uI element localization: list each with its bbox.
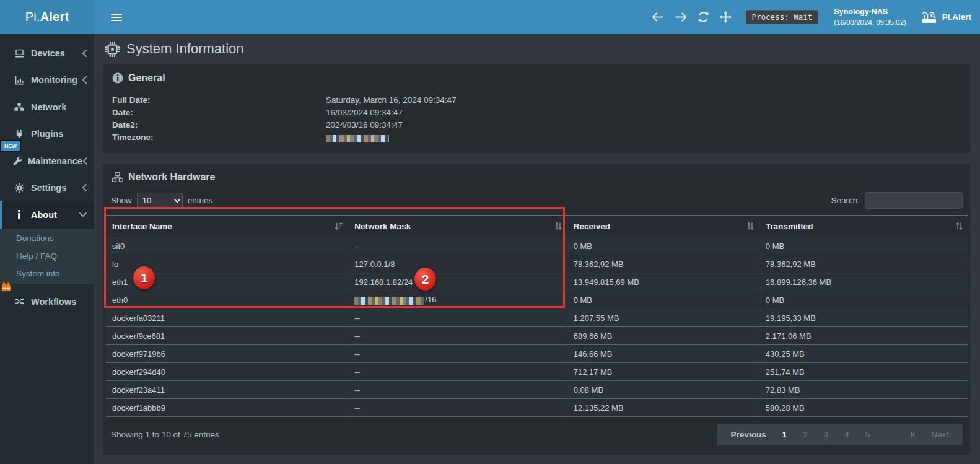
sidebar-item-network[interactable]: Network (0, 94, 94, 121)
sidebar-item-maintenance[interactable]: NEW Maintenance (0, 147, 94, 175)
pagination-next[interactable]: Next (923, 429, 956, 440)
sidebar-item-label: Workflows (31, 297, 76, 307)
cell-received: 689,66 MB (567, 327, 759, 345)
network-icon (13, 102, 25, 112)
brand-prefix: Pi. (25, 10, 40, 24)
cell-interface: eth1 (106, 273, 348, 291)
cell-interface: dockerf1abbb9 (106, 399, 348, 417)
cell-transmitted: 580,28 MB (759, 399, 968, 417)
column-header-received[interactable]: Received (567, 216, 759, 237)
sidebar-item-help-faq[interactable]: Help / FAQ (0, 247, 94, 265)
chevron-down-icon (79, 212, 87, 217)
table-row: dockerf9719b6 -- 146,66 MB 430,25 MB (106, 345, 968, 363)
back-button[interactable] (652, 12, 664, 22)
sidebar-item-settings[interactable]: Settings (0, 175, 94, 202)
pagination-page-1[interactable]: 1 (774, 429, 795, 440)
sidebar-item-label: About (31, 210, 57, 220)
general-row: Date2: 2024/03/16 09:34:47 (112, 119, 961, 131)
cell-mask: -- (348, 345, 567, 363)
search-input[interactable] (865, 192, 963, 209)
column-header-transmitted[interactable]: Transmitted (759, 216, 968, 237)
table-row: lo 127.0.0.1/8 78.362,92 MB 78.362,92 MB (106, 255, 968, 273)
pagination: Previous 1 2 3 4 5 … 8 Next (717, 424, 963, 445)
cell-interface: dockerfa03211 (106, 309, 348, 327)
sidebar-item-workflows[interactable]: Workflows (0, 288, 94, 315)
pagination-page-5[interactable]: 5 (857, 429, 878, 440)
process-status-badge: Process: Wait (746, 10, 819, 24)
sidebar-item-monitoring[interactable]: Monitoring (0, 67, 94, 94)
sidebar-item-label: Plugins (31, 129, 63, 139)
sidebar-item-label: Monitoring (31, 75, 77, 85)
forward-button[interactable] (675, 12, 687, 22)
general-panel: General Full Date: Saturday, March 16, 2… (103, 64, 970, 152)
cell-interface: lo (106, 255, 348, 273)
sitemap-icon (112, 172, 123, 182)
cell-interface: dockerf9ce681 (106, 327, 348, 345)
showing-entries-text: Showing 1 to 10 of 75 entries (111, 430, 219, 439)
general-panel-header: General (103, 64, 970, 89)
cell-transmitted: 430,25 MB (759, 345, 968, 363)
host-name: Synology-NAS (834, 6, 906, 17)
cell-transmitted: 0 MB (759, 237, 968, 255)
sidebar-item-system-info[interactable]: System info (0, 265, 94, 283)
search-label: Search: (831, 196, 860, 205)
refresh-button[interactable] (698, 12, 709, 22)
cell-received: 0 MB (567, 291, 759, 309)
about-submenu: Donations Help / FAQ System info (0, 229, 94, 284)
column-header-network-mask[interactable]: Network Mask (348, 216, 567, 237)
entries-label: entries (188, 196, 213, 205)
cell-interface: dockerf294d40 (106, 363, 348, 381)
pagination-previous[interactable]: Previous (723, 429, 774, 440)
sidebar-item-donations[interactable]: Donations (0, 230, 94, 248)
table-row: dockerf23a411 -- 0,08 MB 72,83 MB (106, 381, 968, 399)
cell-received: 78.362,92 MB (567, 255, 759, 273)
sidebar-item-label: Network (31, 102, 66, 112)
pagination-page-2[interactable]: 2 (795, 429, 816, 440)
plug-icon (13, 129, 25, 139)
menu-toggle-button[interactable] (103, 0, 130, 34)
brand-logo[interactable]: Pi.Alert (0, 0, 94, 34)
sidebar-item-about[interactable]: About (0, 201, 94, 229)
cell-mask: /16 (348, 291, 567, 309)
show-label: Show (111, 196, 132, 205)
table-header-row: Interface Name Network Mask (106, 216, 968, 237)
sort-desc-icon (335, 222, 343, 230)
pagination-page-4[interactable]: 4 (836, 429, 857, 440)
sort-both-icon (555, 222, 562, 230)
sidebar-item-devices[interactable]: Devices (0, 40, 94, 67)
cell-transmitted: 16.899.126,36 MB (759, 273, 968, 291)
gear-icon (13, 183, 25, 193)
pagination-page-8[interactable]: 8 (903, 429, 924, 440)
cell-transmitted: 251,74 MB (759, 363, 968, 381)
sort-both-icon (956, 222, 963, 230)
info-circle-icon (112, 72, 123, 84)
field-value: 2024/03/16 09:34:47 (326, 119, 403, 131)
column-header-interface-name[interactable]: Interface Name (106, 216, 348, 237)
page-size-select[interactable]: 10 (137, 193, 183, 209)
cell-mask: 192.168.1.82/24 (348, 273, 567, 291)
host-info: Synology-NAS (16/03/2024, 09:35:02) (834, 6, 906, 28)
general-row: Date: 16/03/2024 09:34:47 (112, 107, 961, 119)
field-label: Date: (112, 107, 326, 119)
wrench-icon (13, 156, 22, 165)
move-button[interactable] (720, 11, 732, 23)
table-row: dockerf9ce681 -- 689,66 MB 2.171,06 MB (106, 327, 968, 345)
general-row: Timezone: (112, 131, 961, 144)
pagination-page-3[interactable]: 3 (816, 429, 837, 440)
cell-mask: 127.0.0.1/8 (348, 255, 567, 273)
topnav: Process: Wait Synology-NAS (16/03/2024, … (94, 0, 980, 34)
table-footer: Showing 1 to 10 of 75 entries Previous 1… (106, 417, 968, 454)
general-row: Full Date: Saturday, March 16, 2024 09:3… (112, 94, 961, 107)
field-value: Saturday, March 16, 2024 09:34:47 (326, 94, 457, 107)
cell-mask: -- (348, 309, 567, 327)
cell-received: 13.949.815,69 MB (567, 273, 759, 291)
cell-interface: sit0 (106, 237, 348, 255)
router-icon (921, 11, 937, 24)
table-row: dockerfa03211 -- 1.207,55 MB 19.195,33 M… (106, 309, 968, 327)
brand-bold: Alert (40, 10, 69, 24)
cell-interface: dockerf23a411 (106, 381, 348, 399)
table-row: dockerf294d40 -- 712,17 MB 251,74 MB (106, 363, 968, 381)
pagination-ellipsis: … (878, 429, 903, 440)
field-label: Date2: (112, 119, 326, 131)
chevron-left-icon (82, 76, 87, 84)
